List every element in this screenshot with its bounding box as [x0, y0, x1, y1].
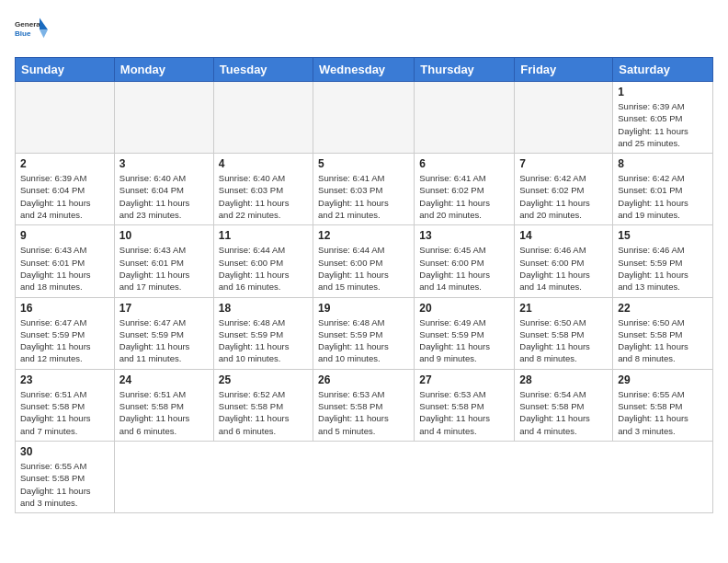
day-info: Sunrise: 6:53 AM Sunset: 5:58 PM Dayligh… — [318, 388, 409, 437]
day-number: 29 — [618, 373, 708, 386]
day-info: Sunrise: 6:43 AM Sunset: 6:01 PM Dayligh… — [20, 244, 109, 293]
calendar-day-cell: 22Sunrise: 6:50 AM Sunset: 5:58 PM Dayli… — [613, 297, 713, 369]
day-info: Sunrise: 6:44 AM Sunset: 6:00 PM Dayligh… — [318, 244, 409, 293]
weekday-header-saturday: Saturday — [613, 58, 713, 82]
day-number: 2 — [20, 157, 109, 170]
day-info: Sunrise: 6:42 AM Sunset: 6:02 PM Dayligh… — [519, 172, 608, 221]
day-number: 13 — [419, 229, 509, 242]
day-number: 8 — [618, 157, 708, 170]
day-number: 27 — [419, 373, 509, 386]
calendar-week-row: 9Sunrise: 6:43 AM Sunset: 6:01 PM Daylig… — [16, 225, 713, 297]
day-info: Sunrise: 6:40 AM Sunset: 6:04 PM Dayligh… — [119, 172, 209, 221]
calendar-day-cell: 4Sunrise: 6:40 AM Sunset: 6:03 PM Daylig… — [213, 154, 313, 225]
calendar-day-cell: 24Sunrise: 6:51 AM Sunset: 5:58 PM Dayli… — [114, 369, 213, 441]
weekday-header-row: SundayMondayTuesdayWednesdayThursdayFrid… — [16, 58, 713, 82]
weekday-header-monday: Monday — [114, 58, 213, 82]
day-number: 7 — [519, 157, 608, 170]
day-info: Sunrise: 6:50 AM Sunset: 5:58 PM Dayligh… — [519, 316, 608, 365]
day-info: Sunrise: 6:55 AM Sunset: 5:58 PM Dayligh… — [618, 388, 708, 437]
day-info: Sunrise: 6:48 AM Sunset: 5:59 PM Dayligh… — [219, 316, 308, 365]
day-info: Sunrise: 6:41 AM Sunset: 6:03 PM Dayligh… — [318, 172, 409, 221]
calendar-day-cell — [213, 82, 313, 154]
day-number: 22 — [618, 302, 708, 315]
day-number: 28 — [519, 373, 608, 386]
calendar-day-cell: 5Sunrise: 6:41 AM Sunset: 6:03 PM Daylig… — [313, 154, 415, 225]
day-number: 3 — [119, 157, 209, 170]
calendar-week-row: 16Sunrise: 6:47 AM Sunset: 5:59 PM Dayli… — [16, 297, 713, 369]
calendar-day-cell: 27Sunrise: 6:53 AM Sunset: 5:58 PM Dayli… — [415, 369, 515, 441]
day-number: 20 — [419, 302, 509, 315]
calendar-day-cell — [415, 82, 515, 154]
calendar-day-cell: 23Sunrise: 6:51 AM Sunset: 5:58 PM Dayli… — [16, 369, 115, 441]
logo: General Blue — [15, 15, 48, 48]
weekday-header-tuesday: Tuesday — [213, 58, 313, 82]
calendar-day-cell — [114, 82, 213, 154]
calendar-day-cell: 11Sunrise: 6:44 AM Sunset: 6:00 PM Dayli… — [213, 225, 313, 297]
calendar-day-cell — [16, 82, 115, 154]
day-number: 19 — [318, 302, 409, 315]
calendar-day-cell: 18Sunrise: 6:48 AM Sunset: 5:59 PM Dayli… — [213, 297, 313, 369]
calendar-day-cell: 25Sunrise: 6:52 AM Sunset: 5:58 PM Dayli… — [213, 369, 313, 441]
day-number: 17 — [119, 302, 209, 315]
day-info: Sunrise: 6:46 AM Sunset: 5:59 PM Dayligh… — [618, 244, 708, 293]
day-number: 30 — [20, 445, 109, 458]
calendar-day-cell: 9Sunrise: 6:43 AM Sunset: 6:01 PM Daylig… — [16, 225, 115, 297]
day-info: Sunrise: 6:42 AM Sunset: 6:01 PM Dayligh… — [618, 172, 708, 221]
calendar-day-cell: 6Sunrise: 6:41 AM Sunset: 6:02 PM Daylig… — [415, 154, 515, 225]
day-info: Sunrise: 6:51 AM Sunset: 5:58 PM Dayligh… — [119, 388, 209, 437]
day-number: 18 — [219, 302, 308, 315]
day-number: 5 — [318, 157, 409, 170]
calendar-day-cell: 28Sunrise: 6:54 AM Sunset: 5:58 PM Dayli… — [515, 369, 613, 441]
day-number: 1 — [618, 86, 708, 98]
calendar-week-row: 30Sunrise: 6:55 AM Sunset: 5:58 PM Dayli… — [16, 441, 713, 512]
day-info: Sunrise: 6:47 AM Sunset: 5:59 PM Dayligh… — [20, 316, 109, 365]
day-number: 11 — [219, 229, 308, 242]
calendar-day-cell — [515, 82, 613, 154]
calendar-day-cell: 14Sunrise: 6:46 AM Sunset: 6:00 PM Dayli… — [515, 225, 613, 297]
calendar-day-cell: 15Sunrise: 6:46 AM Sunset: 5:59 PM Dayli… — [613, 225, 713, 297]
weekday-header-sunday: Sunday — [16, 58, 115, 82]
calendar-day-cell: 30Sunrise: 6:55 AM Sunset: 5:58 PM Dayli… — [16, 441, 115, 512]
day-number: 21 — [519, 302, 608, 315]
calendar-day-cell: 12Sunrise: 6:44 AM Sunset: 6:00 PM Dayli… — [313, 225, 415, 297]
day-number: 23 — [20, 373, 109, 386]
weekday-header-thursday: Thursday — [415, 58, 515, 82]
svg-marker-2 — [40, 18, 48, 30]
calendar-day-cell: 20Sunrise: 6:49 AM Sunset: 5:59 PM Dayli… — [415, 297, 515, 369]
page-header: General Blue — [15, 15, 713, 48]
day-info: Sunrise: 6:49 AM Sunset: 5:59 PM Dayligh… — [419, 316, 509, 365]
day-info: Sunrise: 6:51 AM Sunset: 5:58 PM Dayligh… — [20, 388, 109, 437]
calendar-day-cell: 13Sunrise: 6:45 AM Sunset: 6:00 PM Dayli… — [415, 225, 515, 297]
day-info: Sunrise: 6:55 AM Sunset: 5:58 PM Dayligh… — [20, 460, 109, 509]
calendar-day-cell: 7Sunrise: 6:42 AM Sunset: 6:02 PM Daylig… — [515, 154, 613, 225]
calendar-day-cell: 1Sunrise: 6:39 AM Sunset: 6:05 PM Daylig… — [613, 82, 713, 154]
day-info: Sunrise: 6:43 AM Sunset: 6:01 PM Dayligh… — [119, 244, 209, 293]
day-info: Sunrise: 6:39 AM Sunset: 6:04 PM Dayligh… — [20, 172, 109, 221]
calendar-day-cell: 2Sunrise: 6:39 AM Sunset: 6:04 PM Daylig… — [16, 154, 115, 225]
day-info: Sunrise: 6:45 AM Sunset: 6:00 PM Dayligh… — [419, 244, 509, 293]
day-info: Sunrise: 6:50 AM Sunset: 5:58 PM Dayligh… — [618, 316, 708, 365]
day-info: Sunrise: 6:54 AM Sunset: 5:58 PM Dayligh… — [519, 388, 608, 437]
svg-marker-3 — [40, 29, 48, 38]
day-info: Sunrise: 6:39 AM Sunset: 6:05 PM Dayligh… — [618, 100, 708, 149]
calendar-day-cell: 10Sunrise: 6:43 AM Sunset: 6:01 PM Dayli… — [114, 225, 213, 297]
day-info: Sunrise: 6:44 AM Sunset: 6:00 PM Dayligh… — [219, 244, 308, 293]
calendar-day-cell: 8Sunrise: 6:42 AM Sunset: 6:01 PM Daylig… — [613, 154, 713, 225]
day-info: Sunrise: 6:40 AM Sunset: 6:03 PM Dayligh… — [219, 172, 308, 221]
calendar-day-cell: 21Sunrise: 6:50 AM Sunset: 5:58 PM Dayli… — [515, 297, 613, 369]
calendar-day-cell: 19Sunrise: 6:48 AM Sunset: 5:59 PM Dayli… — [313, 297, 415, 369]
day-number: 25 — [219, 373, 308, 386]
day-number: 24 — [119, 373, 209, 386]
day-number: 6 — [419, 157, 509, 170]
day-number: 10 — [119, 229, 209, 242]
day-info: Sunrise: 6:48 AM Sunset: 5:59 PM Dayligh… — [318, 316, 409, 365]
calendar-day-cell: 3Sunrise: 6:40 AM Sunset: 6:04 PM Daylig… — [114, 154, 213, 225]
calendar-week-row: 2Sunrise: 6:39 AM Sunset: 6:04 PM Daylig… — [16, 154, 713, 225]
day-info: Sunrise: 6:52 AM Sunset: 5:58 PM Dayligh… — [219, 388, 308, 437]
calendar-week-row: 23Sunrise: 6:51 AM Sunset: 5:58 PM Dayli… — [16, 369, 713, 441]
calendar-table: SundayMondayTuesdayWednesdayThursdayFrid… — [15, 57, 713, 513]
day-number: 14 — [519, 229, 608, 242]
day-number: 4 — [219, 157, 308, 170]
calendar-week-row: 1Sunrise: 6:39 AM Sunset: 6:05 PM Daylig… — [16, 82, 713, 154]
svg-text:General: General — [15, 20, 42, 29]
